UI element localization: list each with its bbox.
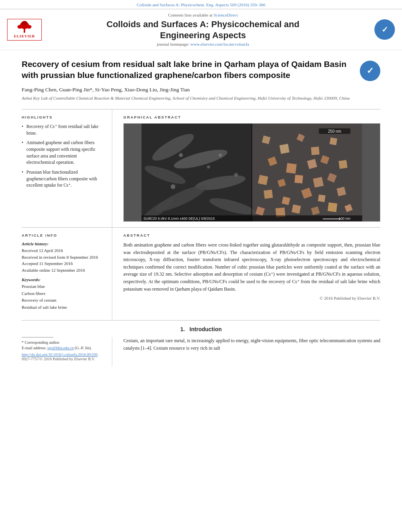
contents-line: Contents lists available at ScienceDirec… — [47, 13, 359, 17]
journal-homepage-link[interactable]: www.elsevier.com/locate/colsurfa — [190, 42, 249, 46]
sem-image-svg: 250 nm SU8C20 5.0kV 8.1mm x400 SE(UL) 5/… — [124, 124, 380, 222]
article-info-section: ARTICLE INFO Article history: Received 1… — [22, 227, 380, 320]
svg-rect-30 — [258, 175, 268, 185]
svg-text:250 nm: 250 nm — [328, 129, 341, 133]
svg-point-16 — [207, 165, 210, 169]
abstract-column: ABSTRACT Both amination graphene and car… — [123, 228, 380, 320]
article-main-title: Recovery of cesium from residual salt la… — [22, 59, 356, 81]
introduction-text: Cesium, an important rare metal, is incr… — [123, 337, 380, 367]
svg-point-2 — [17, 25, 22, 28]
svg-rect-23 — [311, 146, 320, 155]
svg-point-15 — [179, 153, 183, 157]
highlights-list: Recovery of Cs⁺ from residual salt lake … — [22, 123, 106, 189]
graphical-abstract-image: 250 nm SU8C20 5.0kV 8.1mm x400 SE(UL) 5/… — [123, 123, 380, 222]
journal-header: ELSEVIER Contents lists available at Sci… — [0, 9, 402, 50]
highlight-item-3: Prussian blue functionalized graphene/ca… — [22, 169, 106, 189]
introduction-section: 1. Introduction * Corresponding author. … — [22, 320, 380, 367]
svg-rect-32 — [294, 175, 303, 184]
journal-logo-left: ELSEVIER — [7, 19, 43, 41]
svg-rect-29 — [339, 160, 348, 169]
introduction-two-col: * Corresponding author. E-mail address: … — [22, 337, 380, 367]
received-date: Received 12 April 2016 Received in revis… — [22, 247, 106, 273]
article-title-section: Recovery of cesium from residual salt la… — [0, 50, 402, 109]
highlight-item-2: Aminated graphene and carbon fibers comp… — [22, 139, 106, 166]
svg-rect-26 — [286, 163, 297, 174]
highlight-item-1: Recovery of Cs⁺ from residual salt lake … — [22, 123, 106, 136]
highlights-column: HIGHLIGHTS Recovery of Cs⁺ from residual… — [22, 109, 112, 227]
journal-citation: Colloids and Surfaces A: Physicochem. En… — [137, 2, 266, 7]
introduction-title: 1. Introduction — [22, 326, 380, 332]
footnote-column: * Corresponding author. E-mail address: … — [22, 337, 112, 367]
copyright-line: © 2016 Published by Elsevier B.V. — [123, 296, 380, 300]
svg-rect-33 — [313, 177, 324, 187]
svg-rect-38 — [318, 195, 326, 202]
article-info-label: ARTICLE INFO — [22, 233, 106, 237]
keywords-block: Keywords: Prussian blue Carbon fibers Re… — [22, 277, 106, 311]
email-link[interactable]: jgp@hfut.edu.cn — [47, 346, 74, 350]
keywords-label: Keywords: — [22, 277, 106, 282]
keywords-list: Prussian blue Carbon fibers Recovery of … — [22, 283, 106, 311]
abstract-label: ABSTRACT — [123, 233, 380, 237]
history-label: Article history: — [22, 241, 106, 246]
page: Colloids and Surfaces A: Physicochem. En… — [0, 0, 402, 532]
journal-homepage: journal homepage: www.elsevier.com/locat… — [47, 42, 359, 46]
elsevier-text: ELSEVIER — [14, 34, 35, 38]
article-title-text: Recovery of cesium from residual salt la… — [22, 59, 356, 105]
footnote-divider — [22, 337, 53, 337]
doi-link: http://dx.doi.org/10.1016/j.colsurfa.201… — [22, 352, 106, 357]
svg-rect-21 — [279, 144, 289, 154]
journal-center: Contents lists available at ScienceDirec… — [47, 13, 359, 46]
svg-point-18 — [219, 154, 222, 157]
svg-point-17 — [171, 184, 175, 189]
svg-point-3 — [26, 25, 32, 28]
svg-point-4 — [21, 21, 27, 25]
crossmark-badge-article: ✓ — [360, 61, 380, 81]
article-authors: Fang-Ping Chen, Guan-Ping Jin*, Si-Yao P… — [22, 87, 356, 93]
sciencedirect-link[interactable]: ScienceDirect — [214, 13, 238, 17]
corresponding-author-note: * Corresponding author. E-mail address: … — [22, 340, 106, 351]
graphical-abstract-label: GRAPHICAL ABSTRACT — [123, 115, 380, 119]
graphical-abstract-column: GRAPHICAL ABSTRACT — [123, 109, 380, 227]
article-info-left: ARTICLE INFO Article history: Received 1… — [22, 228, 112, 320]
issn-line: 0927-7757/© 2016 Published by Elsevier B… — [22, 357, 106, 361]
svg-text:SU8C20  5.0kV  8.1mm x400  SE(: SU8C20 5.0kV 8.1mm x400 SE(UL) 5/8/2015 — [143, 217, 215, 221]
svg-rect-35 — [264, 190, 273, 199]
elsevier-logo: ELSEVIER — [7, 19, 42, 41]
svg-rect-42 — [292, 204, 301, 214]
highlights-label: HIGHLIGHTS — [22, 115, 106, 119]
doi-anchor[interactable]: http://dx.doi.org/10.1016/j.colsurfa.201… — [22, 352, 98, 357]
crossmark-badge-header: ✓ — [374, 19, 395, 40]
abstract-text: Both amination graphene and carbon fiber… — [123, 241, 380, 293]
highlights-graphical-section: HIGHLIGHTS Recovery of Cs⁺ from residual… — [22, 109, 380, 227]
svg-point-19 — [234, 173, 238, 177]
svg-rect-24 — [329, 137, 337, 145]
journal-logo-right: ✓ — [363, 19, 395, 40]
svg-rect-44 — [328, 202, 337, 212]
journal-title: Colloids and Surfaces A: Physicochemical… — [47, 19, 359, 41]
svg-text:100 nm: 100 nm — [339, 217, 350, 221]
elsevier-tree-icon — [13, 21, 36, 33]
article-affiliation: Anhui Key Lab of Controllable Chemical R… — [22, 95, 356, 101]
top-link-bar: Colloids and Surfaces A: Physicochem. En… — [0, 0, 402, 9]
article-history-block: Article history: Received 12 April 2016 … — [22, 241, 106, 273]
